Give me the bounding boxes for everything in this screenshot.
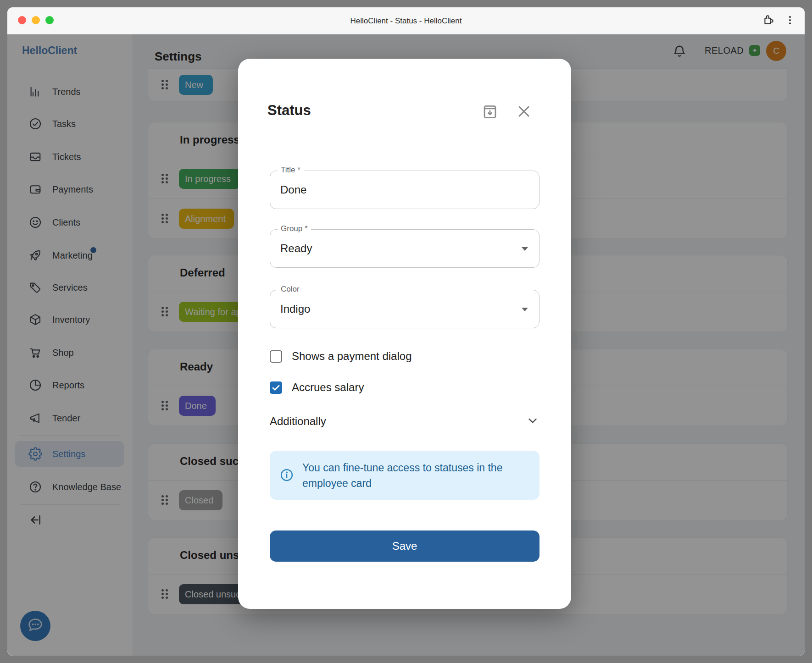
chevron-down-icon (522, 247, 528, 251)
checkbox-checked-icon (270, 381, 282, 394)
chevron-down-icon (526, 414, 539, 429)
save-button[interactable]: Save (270, 530, 539, 562)
titlebar: HelloClient - Status - HelloClient (7, 7, 805, 34)
checkbox-unchecked-icon (270, 350, 282, 363)
additionally-label: Additionally (270, 415, 326, 428)
additionally-expander[interactable]: Additionally (270, 413, 539, 430)
title-field-value: Done (280, 171, 306, 209)
accrues-salary-checkbox[interactable]: Accrues salary (270, 380, 539, 395)
info-banner-text: You can fine-tune access to statuses in … (302, 460, 527, 491)
dialog-title: Status (267, 102, 311, 119)
color-select[interactable]: Color Indigo (270, 290, 539, 328)
color-select-value: Indigo (280, 290, 310, 328)
close-dialog-icon[interactable] (516, 104, 532, 119)
status-dialog: Status Title * Done Group * Ready Color … (238, 59, 571, 609)
browser-window: HelloClient - Status - HelloClient Hello… (7, 7, 805, 656)
info-icon (280, 468, 294, 482)
payment-dialog-checkbox-label: Shows a payment dialog (292, 350, 412, 363)
archive-status-icon[interactable] (481, 103, 499, 121)
title-field[interactable]: Title * Done (270, 171, 539, 209)
chevron-down-icon (522, 308, 528, 311)
window-title: HelloClient - Status - HelloClient (7, 7, 805, 34)
browser-menu-icon[interactable] (784, 15, 795, 28)
info-banner: You can fine-tune access to statuses in … (270, 451, 539, 500)
accrues-salary-checkbox-label: Accrues salary (292, 381, 364, 394)
extensions-icon[interactable] (762, 14, 774, 28)
group-select-value: Ready (280, 230, 312, 267)
group-select[interactable]: Group * Ready (270, 229, 539, 268)
payment-dialog-checkbox[interactable]: Shows a payment dialog (270, 348, 539, 364)
